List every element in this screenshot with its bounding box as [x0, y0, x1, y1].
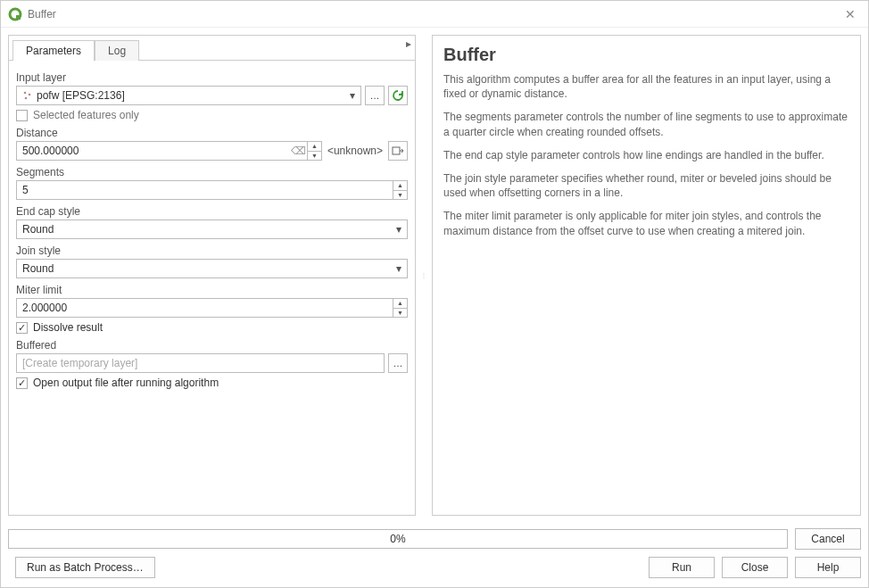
- tab-bar: Parameters Log: [9, 36, 415, 61]
- help-text: The segments parameter controls the numb…: [443, 110, 849, 138]
- end-cap-value: Round: [22, 223, 54, 236]
- label-buffered: Buffered: [16, 339, 408, 352]
- collapse-help-icon[interactable]: ▸: [406, 37, 411, 50]
- qgis-icon: [8, 7, 22, 21]
- close-icon[interactable]: ✕: [840, 7, 861, 21]
- clear-icon[interactable]: ⌫: [291, 142, 307, 160]
- reload-icon: [392, 89, 404, 102]
- checkbox-icon: [16, 110, 28, 121]
- label-segments: Segments: [16, 166, 408, 178]
- segments-spinner[interactable]: ▲▼: [393, 181, 407, 199]
- svg-rect-1: [16, 15, 21, 20]
- miter-limit-value: 2.000000: [17, 299, 393, 317]
- label-miter-limit: Miter limit: [16, 284, 408, 296]
- checkbox-checked-icon: ✓: [16, 377, 28, 389]
- label-end-cap: End cap style: [16, 205, 408, 218]
- iterate-features-button[interactable]: [388, 86, 408, 105]
- distance-value: 500.000000: [17, 142, 291, 160]
- run-button[interactable]: Run: [649, 557, 715, 578]
- miter-limit-input[interactable]: 2.000000 ▲▼: [16, 298, 408, 318]
- chevron-down-icon: ▾: [396, 262, 401, 275]
- tab-parameters[interactable]: Parameters: [12, 40, 95, 61]
- input-layer-value: pofw [EPSG:2136]: [37, 89, 125, 102]
- svg-rect-5: [393, 147, 400, 154]
- buffered-placeholder: [Create temporary layer]: [22, 357, 137, 369]
- form: Input layer pofw [EPSG:2136] ▾ …: [9, 61, 415, 515]
- selected-features-only-check[interactable]: Selected features only: [16, 109, 408, 121]
- help-text: The join style parameter specifies wheth…: [443, 171, 849, 200]
- miter-limit-spinner[interactable]: ▲▼: [393, 299, 407, 317]
- svg-point-3: [29, 94, 31, 96]
- browse-output-button[interactable]: …: [388, 353, 408, 373]
- close-button[interactable]: Close: [722, 557, 788, 578]
- distance-input[interactable]: 500.000000 ⌫ ▲▼: [16, 141, 322, 161]
- svg-point-2: [24, 92, 27, 95]
- progress-bar: 0%: [8, 529, 788, 549]
- footer: 0% Cancel Run as Batch Process… Run Clos…: [1, 523, 868, 587]
- label-input-layer: Input layer: [16, 71, 408, 84]
- open-output-label: Open output file after running algorithm: [33, 377, 219, 389]
- join-style-combo[interactable]: Round ▾: [16, 259, 408, 278]
- input-layer-combo[interactable]: pofw [EPSG:2136] ▾: [16, 86, 361, 105]
- join-style-value: Round: [22, 262, 54, 275]
- titlebar: Buffer ✕: [1, 1, 868, 28]
- dissolve-label: Dissolve result: [33, 321, 103, 334]
- data-defined-button[interactable]: [388, 141, 408, 161]
- point-layer-icon: [22, 90, 33, 101]
- data-defined-icon: [392, 145, 404, 157]
- help-text: The end cap style parameter controls how…: [443, 148, 849, 162]
- end-cap-combo[interactable]: Round ▾: [16, 219, 408, 239]
- parameters-panel: ▸ Parameters Log Input layer pofw [EPSG:…: [8, 35, 416, 516]
- segments-value: 5: [17, 181, 393, 199]
- run-batch-button[interactable]: Run as Batch Process…: [15, 557, 155, 578]
- cancel-button[interactable]: Cancel: [795, 528, 861, 550]
- segments-input[interactable]: 5 ▲▼: [16, 180, 408, 200]
- body: ▸ Parameters Log Input layer pofw [EPSG:…: [1, 28, 868, 523]
- dialog-buffer: Buffer ✕ ▸ Parameters Log Input layer: [0, 0, 869, 588]
- open-output-check[interactable]: ✓ Open output file after running algorit…: [16, 377, 408, 389]
- distance-spinner[interactable]: ▲▼: [307, 142, 321, 160]
- progress-text: 0%: [390, 533, 405, 545]
- distance-unit: <unknown>: [326, 145, 385, 157]
- help-button[interactable]: Help: [795, 557, 861, 578]
- tab-log[interactable]: Log: [95, 40, 139, 61]
- help-title: Buffer: [443, 45, 849, 65]
- label-distance: Distance: [16, 127, 408, 139]
- label-join-style: Join style: [16, 244, 408, 257]
- help-text: This algorithm computes a buffer area fo…: [443, 72, 849, 101]
- checkbox-checked-icon: ✓: [16, 322, 28, 334]
- svg-point-4: [25, 97, 28, 100]
- browse-layer-button[interactable]: …: [365, 86, 385, 105]
- dissolve-result-check[interactable]: ✓ Dissolve result: [16, 321, 408, 334]
- buffered-output-input[interactable]: [Create temporary layer]: [16, 353, 385, 373]
- chevron-down-icon: ▾: [350, 89, 355, 102]
- selected-only-label: Selected features only: [33, 109, 139, 121]
- window-title: Buffer: [28, 8, 840, 21]
- help-text: The miter limit parameter is only applic…: [443, 209, 849, 237]
- splitter-handle[interactable]: ⋮: [421, 35, 426, 516]
- help-panel: Buffer This algorithm computes a buffer …: [432, 35, 861, 516]
- chevron-down-icon: ▾: [396, 223, 401, 236]
